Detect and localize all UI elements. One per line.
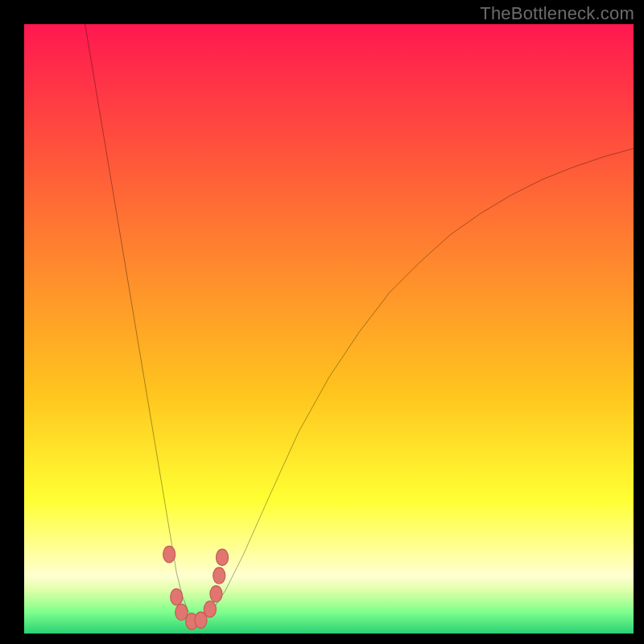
curve-markers [163,546,229,630]
curve-marker [210,586,222,602]
chart-frame: TheBottleneck.com [0,0,644,644]
curve-marker [216,549,228,565]
curve-marker [175,604,188,620]
bottleneck-curve [85,24,634,618]
curve-marker [163,546,175,562]
curve-marker [213,568,225,584]
curve-marker [171,588,183,605]
plot-area [24,24,634,634]
curve-marker [204,601,216,617]
curve-layer [24,24,634,634]
watermark-text: TheBottleneck.com [480,3,634,24]
